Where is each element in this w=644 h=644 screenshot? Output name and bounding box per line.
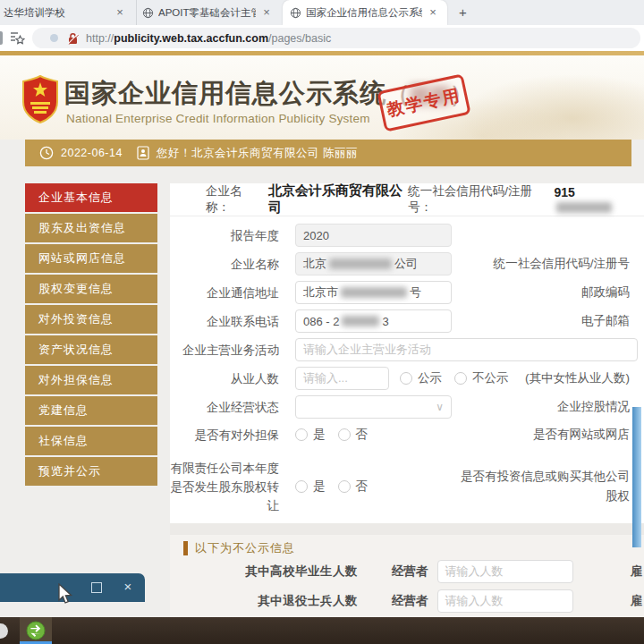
sidebar-item-guarantee[interactable]: 对外担保信息 — [25, 366, 157, 394]
tab-title: APOIT零基础会计主管实训平 — [158, 6, 256, 20]
sidebar-item-preview-publish[interactable]: 预览并公示 — [25, 457, 157, 486]
credit-code-right-label: 统一社会信用代码/注册号 — [494, 254, 644, 274]
address-label: 企业通信地址 — [170, 284, 279, 302]
company-field-label: 企业名称 — [170, 255, 279, 274]
clipped-employee-label: 雇 — [631, 564, 643, 580]
operating-status-label: 企业经营状态 — [170, 398, 279, 417]
employee-count-input[interactable]: 请输入... — [295, 367, 389, 390]
status-bar: 2022-06-14 您好！北京会计乐商贸有限公司 陈丽丽 — [25, 140, 631, 166]
sidebar-item-shareholders[interactable]: 股东及出资信息 — [25, 214, 157, 242]
employee-count-label: 从业人数 — [170, 369, 279, 388]
browser-tab-strip: 达华培训学校 × APOIT零基础会计主管实训平 × 国家企业信用信息公示系统 … — [0, 0, 644, 25]
veterans-count-label: 其中退役士兵人数 — [170, 593, 358, 609]
user-greeting: 您好！北京会计乐商贸有限公司 陈丽丽 — [157, 146, 358, 161]
tab-close-icon[interactable]: × — [426, 5, 440, 20]
transfer-yes-label: 是 — [313, 479, 326, 495]
section-divider — [170, 523, 644, 535]
company-name-value: 北京会计乐商贸有限公司 — [268, 182, 408, 216]
veterans-count-input[interactable]: 请输入人数 — [437, 589, 573, 613]
publicize-radio[interactable] — [400, 372, 412, 385]
favorites-star-icon[interactable] — [10, 30, 25, 46]
guarantee-no-label: 否 — [356, 427, 369, 443]
transfer-no-radio[interactable] — [338, 480, 351, 493]
operator-label: 经营者 — [392, 593, 428, 609]
main-form-panel: 企业名称： 北京会计乐商贸有限公司 统一社会信用代码/注册号： 915 报告年度… — [170, 183, 644, 523]
not-publicize-radio[interactable] — [454, 372, 467, 385]
tab-training-school[interactable]: 达华培训学校 × — [0, 0, 132, 25]
phone-label: 企业联系电话 — [170, 312, 279, 331]
section-marker-bar — [183, 541, 188, 555]
tab-close-icon[interactable]: × — [259, 5, 274, 20]
publicize-radio-label: 公示 — [418, 370, 442, 386]
url-text: http://publicity.web.tax.accfun.com/page… — [86, 32, 331, 45]
globe-icon — [290, 7, 301, 19]
sidebar-item-website[interactable]: 网站或网店信息 — [25, 244, 157, 273]
insecure-lock-icon[interactable] — [67, 32, 79, 45]
close-icon[interactable]: × — [120, 579, 136, 597]
mouse-cursor — [55, 583, 75, 605]
operator-label: 经营者 — [392, 564, 428, 580]
graduates-count-input[interactable]: 请输入人数 — [437, 560, 573, 583]
green-app-icon — [26, 621, 46, 640]
tab-credit-system-active[interactable]: 国家企业信用信息公示系统 × — [283, 0, 447, 25]
clipped-toolbar-icon — [0, 31, 3, 45]
address-input[interactable]: 北京市号 — [295, 281, 452, 304]
site-subtitle: National Enterprise Credit Information P… — [66, 112, 370, 125]
female-employees-label: (其中女性从业人数) — [525, 369, 644, 388]
report-year-label: 报告年度 — [170, 226, 279, 245]
graduates-count-label: 其中高校毕业生人数 — [170, 564, 358, 580]
maximize-icon[interactable] — [91, 582, 102, 593]
company-header-row: 企业名称： 北京会计乐商贸有限公司 统一社会信用代码/注册号： 915 — [170, 183, 644, 216]
national-emblem-logo — [22, 75, 58, 123]
user-id-icon — [137, 146, 149, 160]
sidebar-menu: 企业基本信息 股东及出资信息 网站或网店信息 股权变更信息 对外投资信息 资产状… — [25, 183, 157, 487]
sidebar-item-investment[interactable]: 对外投资信息 — [25, 305, 157, 334]
holding-status-label: 企业控股情况 — [557, 397, 644, 417]
url-bar[interactable]: http://publicity.web.tax.accfun.com/page… — [32, 28, 640, 48]
email-label: 电子邮箱 — [581, 311, 644, 331]
taskbar-app-button[interactable] — [20, 617, 52, 644]
operating-status-select[interactable]: ∨ — [295, 395, 452, 419]
sidebar-item-assets[interactable]: 资产状况信息 — [25, 335, 157, 364]
site-info-icon[interactable] — [50, 34, 58, 42]
report-year-input[interactable]: 2020 — [295, 224, 452, 247]
sidebar-item-basic-info[interactable]: 企业基本信息 — [25, 183, 157, 212]
business-activity-input[interactable]: 请输入企业主营业务活动 — [295, 338, 638, 361]
scrollbar-strip[interactable] — [632, 407, 641, 547]
transfer-no-label: 否 — [356, 479, 369, 495]
postal-code-label: 邮政编码 — [581, 283, 644, 302]
business-activity-label: 企业主营业务活动 — [170, 341, 279, 360]
new-tab-button[interactable]: + — [454, 4, 471, 21]
guarantee-no-radio[interactable] — [338, 428, 351, 441]
site-header: 国家企业信用信息公示系统（） National Enterprise Credi… — [0, 55, 644, 140]
current-date: 2022-06-14 — [61, 147, 123, 159]
not-publicize-radio-label: 不公示 — [472, 370, 509, 386]
tab-close-icon[interactable]: × — [113, 5, 127, 20]
equity-transfer-label: 有限责任公司本年度是否发生股东股权转让 — [170, 459, 279, 515]
investment-info-label: 是否有投资信息或购买其他公司股权 — [461, 467, 644, 506]
company-name-label: 企业名称： — [206, 183, 263, 216]
chevron-down-icon: ∨ — [436, 401, 444, 413]
credit-code-value: 915 — [554, 185, 631, 214]
company-field-input[interactable]: 北京公司 — [295, 252, 452, 275]
globe-icon — [142, 7, 154, 19]
webpage: 国家企业信用信息公示系统（） National Enterprise Credi… — [0, 51, 644, 617]
sidebar-item-social-security[interactable]: 社保信息 — [25, 427, 157, 455]
taskbar — [0, 617, 644, 644]
non-public-section-title: 以下为不公示信息 — [195, 540, 295, 556]
has-website-label: 是否有网站或网店 — [533, 425, 644, 445]
non-public-section: 以下为不公示信息 其中高校毕业生人数 经营者 请输入人数 雇 其中退役士兵人数 … — [170, 535, 644, 617]
guarantee-label: 是否有对外担保 — [170, 426, 279, 445]
browser-toolbar: http://publicity.web.tax.accfun.com/page… — [0, 25, 644, 51]
transfer-yes-radio[interactable] — [295, 480, 308, 493]
guarantee-yes-radio[interactable] — [295, 428, 308, 441]
tab-apoit[interactable]: APOIT零基础会计主管实训平 × — [136, 0, 279, 25]
clipped-employee-label: 雇 — [631, 593, 643, 609]
tab-title: 达华培训学校 — [4, 6, 109, 20]
phone-input[interactable]: 086 - 23 — [295, 309, 452, 333]
credit-code-label: 统一社会信用代码/注册号： — [408, 183, 548, 216]
sidebar-item-party[interactable]: 党建信息 — [25, 396, 157, 425]
tab-title: 国家企业信用信息公示系统 — [306, 6, 422, 20]
sidebar-item-equity-change[interactable]: 股权变更信息 — [25, 275, 157, 303]
guarantee-yes-label: 是 — [313, 427, 326, 443]
